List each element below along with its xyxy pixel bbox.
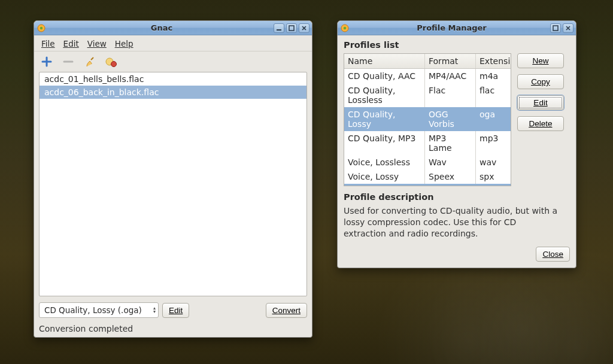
gnac-title: Gnac — [50, 23, 274, 32]
pm-app-icon — [340, 23, 350, 33]
cell-format: Speex — [425, 169, 476, 184]
pm-titlebar[interactable]: Profile Manager — [338, 21, 576, 35]
edit-button[interactable]: Edit — [517, 95, 564, 110]
menu-edit[interactable]: Edit — [60, 38, 83, 50]
cell-extension: m4a — [476, 69, 511, 83]
cell-name: Voice, Lossy — [344, 169, 425, 184]
profile-description: Used for converting to CD-quality audio,… — [344, 205, 559, 239]
profiles-list-heading: Profiles list — [344, 40, 570, 50]
col-format[interactable]: Format — [425, 54, 476, 68]
svg-rect-2 — [277, 29, 281, 31]
cell-name: CD Quality, MP3 — [344, 131, 425, 155]
pm-title: Profile Manager — [353, 23, 550, 32]
combo-arrows-icon: ▴▾ — [153, 307, 156, 314]
add-icon[interactable] — [40, 55, 53, 68]
profiles-table[interactable]: Name Format Extensi CD Quality, AACMP4/A… — [344, 53, 511, 186]
new-button[interactable]: New — [517, 53, 564, 68]
convert-icon[interactable] — [105, 55, 118, 68]
cell-format: MP3 Lame — [425, 131, 476, 155]
cell-extension: wav — [476, 155, 511, 169]
maximize-button[interactable] — [286, 23, 297, 33]
gnac-titlebar[interactable]: Gnac — [34, 21, 312, 35]
table-row[interactable]: Voice, LosslessWavwav — [344, 155, 511, 169]
edit-profile-button[interactable]: Edit — [162, 303, 189, 318]
svg-point-1 — [40, 26, 43, 29]
cell-format: Flac — [425, 83, 476, 107]
cell-extension: spx — [476, 169, 511, 184]
copy-button[interactable]: Copy — [517, 74, 564, 89]
cell-extension: mp3 — [476, 131, 511, 155]
cell-format: MP4/AAC — [425, 69, 476, 83]
pm-close-button[interactable] — [563, 23, 573, 33]
table-row[interactable]: Voice, LossySpeexspx — [344, 169, 511, 184]
svg-point-5 — [111, 62, 117, 67]
delete-button[interactable]: Delete — [517, 116, 564, 131]
table-row[interactable]: CD Quality, LossyOGG Vorbisoga — [344, 107, 511, 131]
cell-format: Wav — [425, 155, 476, 169]
file-list[interactable]: acdc_01_hells_bells.flacacdc_06_back_in_… — [39, 72, 307, 296]
svg-point-7 — [344, 26, 346, 29]
remove-icon[interactable] — [62, 55, 75, 68]
col-name[interactable]: Name — [344, 54, 425, 68]
file-row[interactable]: acdc_06_back_in_black.flac — [40, 86, 306, 99]
gnac-window: Gnac File Edit View Help — [34, 20, 312, 338]
profile-combo-value: CD Quality, Lossy (.oga) — [44, 305, 142, 315]
close-button-dialog[interactable]: Close — [536, 247, 570, 262]
profile-manager-window: Profile Manager Profiles list Name Forma… — [337, 20, 576, 268]
table-header: Name Format Extensi — [344, 54, 511, 69]
toolbar — [34, 51, 312, 72]
table-row[interactable]: CD Quality, AACMP4/AACm4a — [344, 69, 511, 83]
convert-button[interactable]: Convert — [266, 303, 307, 318]
svg-rect-3 — [289, 26, 294, 31]
menu-file[interactable]: File — [38, 38, 59, 50]
cell-name: CD Quality, AAC — [344, 69, 425, 83]
col-extension[interactable]: Extensi — [476, 54, 511, 68]
cell-name: CD Quality, Lossy — [344, 107, 425, 131]
profile-combo[interactable]: CD Quality, Lossy (.oga) ▴▾ — [39, 302, 159, 318]
file-row[interactable]: acdc_01_hells_bells.flac — [40, 72, 306, 86]
menubar: File Edit View Help — [34, 35, 312, 51]
cell-extension: oga — [476, 107, 511, 131]
cell-format: OGG Vorbis — [425, 107, 476, 131]
menu-help[interactable]: Help — [111, 38, 137, 50]
clear-icon[interactable] — [83, 55, 96, 68]
cell-name: Voice, Lossless — [344, 155, 425, 169]
profile-buttons: New Copy Edit Delete — [517, 53, 564, 186]
table-accent — [344, 184, 511, 186]
pm-maximize-button[interactable] — [550, 23, 561, 33]
table-row[interactable]: CD Quality, MP3MP3 Lamemp3 — [344, 131, 511, 155]
bottom-bar: CD Quality, Lossy (.oga) ▴▾ Edit Convert — [34, 296, 312, 321]
cell-extension: flac — [476, 83, 511, 107]
gnac-app-icon — [37, 23, 46, 33]
profile-description-heading: Profile description — [344, 192, 570, 202]
minimize-button[interactable] — [274, 23, 284, 33]
table-row[interactable]: CD Quality, LosslessFlacflac — [344, 83, 511, 107]
close-button[interactable] — [299, 23, 309, 33]
status-bar: Conversion completed — [34, 321, 312, 337]
status-text: Conversion completed — [39, 324, 133, 333]
cell-name: CD Quality, Lossless — [344, 83, 425, 107]
svg-rect-8 — [553, 26, 558, 31]
menu-view[interactable]: View — [84, 38, 110, 50]
